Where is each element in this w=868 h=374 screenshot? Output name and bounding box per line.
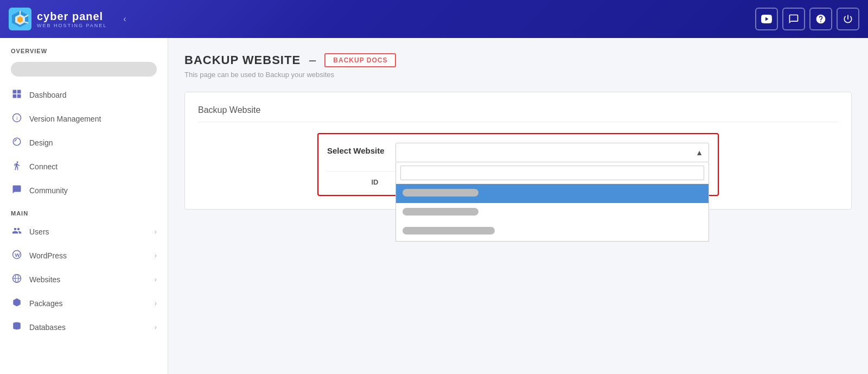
sidebar-search-input[interactable] [11, 62, 157, 77]
sidebar-search-area [0, 58, 168, 83]
brand-name: cyber panel [37, 10, 107, 23]
sidebar-item-label: Connect [29, 162, 157, 171]
dropdown-search-input[interactable] [400, 166, 704, 180]
chevron-right-icon: › [155, 300, 157, 307]
sidebar-item-label: WordPress [29, 251, 148, 260]
power-button[interactable] [837, 8, 859, 30]
title-separator: – [309, 53, 316, 67]
info-icon: i [11, 113, 23, 125]
sidebar-item-connect[interactable]: Connect [0, 155, 168, 179]
logo-icon [9, 8, 31, 30]
users-icon [11, 226, 23, 238]
sidebar-item-users[interactable]: Users › [0, 220, 168, 244]
dropdown-option[interactable] [396, 184, 709, 203]
dropdown-trigger[interactable]: ▲ [395, 143, 709, 162]
sidebar-item-design[interactable]: Design [0, 131, 168, 155]
sidebar: OVERVIEW Dashboard i Version Management … [0, 38, 168, 374]
svg-text:W: W [15, 252, 20, 258]
dashboard-icon [11, 89, 23, 101]
dropdown-option[interactable] [396, 222, 709, 241]
sidebar-item-label: Community [29, 186, 157, 195]
chevron-right-icon: › [155, 324, 157, 331]
dropdown-search-box [396, 162, 709, 184]
websites-icon [11, 274, 23, 286]
wordpress-icon: W [11, 250, 23, 262]
svg-rect-10 [17, 94, 21, 98]
sidebar-item-version-management[interactable]: i Version Management [0, 107, 168, 131]
backup-card: Backup Website Select Website ▲ [184, 92, 852, 210]
design-icon [11, 137, 23, 149]
top-header: cyber panel WEB HOSTING PANEL ‹ [0, 0, 868, 38]
chevron-right-icon: › [155, 252, 157, 259]
header-actions [755, 8, 859, 30]
logo-text: cyber panel WEB HOSTING PANEL [37, 10, 107, 28]
dropdown-option[interactable] [396, 203, 709, 222]
youtube-button[interactable] [755, 8, 778, 30]
main-section-label: MAIN [0, 202, 168, 220]
card-title: Backup Website [198, 105, 838, 122]
option-pill [403, 208, 478, 215]
website-dropdown: ▲ [395, 143, 709, 162]
sidebar-item-databases[interactable]: Databases › [0, 315, 168, 339]
svg-rect-7 [13, 90, 17, 94]
svg-line-6 [25, 22, 28, 23]
databases-icon [11, 321, 23, 333]
connect-icon [11, 161, 23, 173]
sidebar-item-label: Design [29, 138, 157, 147]
logo-area: cyber panel WEB HOSTING PANEL ‹ [9, 8, 126, 30]
option-pill [403, 189, 478, 196]
brand-sub: WEB HOSTING PANEL [37, 23, 107, 28]
chevron-up-icon: ▲ [695, 148, 703, 157]
sidebar-item-label: Version Management [29, 115, 157, 123]
sidebar-item-dashboard[interactable]: Dashboard [0, 83, 168, 107]
packages-icon [11, 297, 23, 309]
svg-rect-8 [17, 90, 21, 94]
svg-rect-9 [13, 94, 17, 98]
page-title: BACKUP WEBSITE [184, 53, 301, 67]
sidebar-item-label: Users [29, 227, 148, 236]
sidebar-item-label: Websites [29, 275, 148, 284]
sidebar-item-packages[interactable]: Packages › [0, 291, 168, 315]
main-layout: OVERVIEW Dashboard i Version Management … [0, 38, 868, 374]
main-content: BACKUP WEBSITE – BACKUP DOCS This page c… [168, 38, 868, 374]
sidebar-item-community[interactable]: Community [0, 179, 168, 202]
chat-button[interactable] [782, 8, 805, 30]
select-row: Select Website ▲ [327, 143, 709, 162]
sidebar-item-label: Dashboard [29, 91, 157, 99]
dropdown-list [395, 162, 709, 242]
chevron-right-icon: › [155, 228, 157, 236]
sidebar-item-label: Databases [29, 323, 148, 332]
page-header: BACKUP WEBSITE – BACKUP DOCS [184, 53, 852, 67]
sidebar-item-wordpress[interactable]: W WordPress › [0, 244, 168, 268]
sidebar-item-websites[interactable]: Websites › [0, 268, 168, 291]
backup-docs-button[interactable]: BACKUP DOCS [324, 53, 396, 67]
svg-text:i: i [16, 116, 17, 121]
overview-section-label: OVERVIEW [0, 38, 168, 58]
community-icon [11, 185, 23, 196]
support-button[interactable] [809, 8, 832, 30]
option-pill [403, 227, 495, 234]
select-website-label: Select Website [327, 143, 385, 155]
select-website-section: Select Website ▲ [317, 133, 719, 196]
sidebar-collapse-button[interactable]: ‹ [123, 14, 126, 24]
chevron-right-icon: › [155, 276, 157, 283]
sidebar-item-label: Packages [29, 299, 148, 308]
page-subtitle: This page can be used to Backup your web… [184, 71, 852, 79]
